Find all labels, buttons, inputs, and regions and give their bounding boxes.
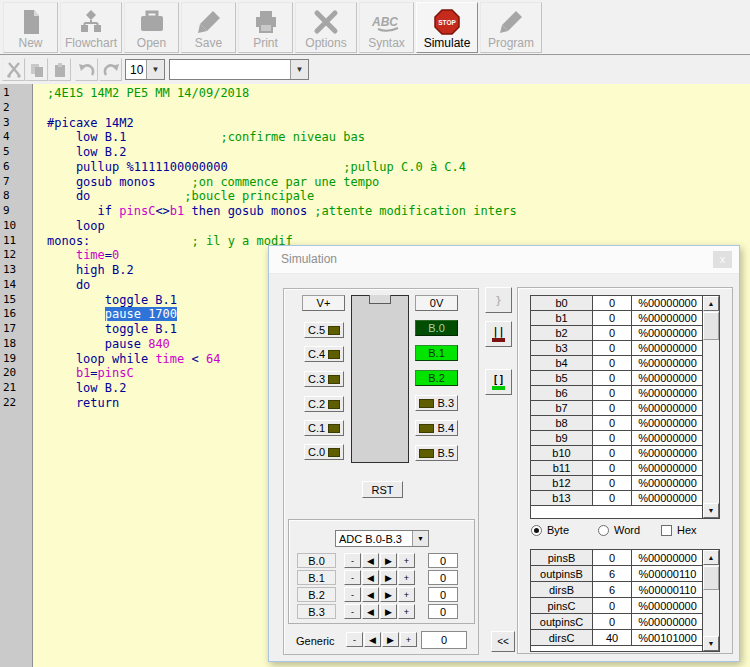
chevron-down-icon[interactable]: ▼: [290, 60, 308, 79]
simulate-button[interactable]: STOPSimulate: [416, 2, 478, 53]
scroll-up-icon[interactable]: ▲: [703, 550, 719, 565]
adc-channel-value: 0: [428, 604, 458, 619]
increment-button[interactable]: +: [398, 604, 415, 619]
redo-button[interactable]: [99, 58, 122, 81]
scroll-up-icon[interactable]: ▲: [703, 296, 719, 311]
step-right-button[interactable]: ▶: [380, 587, 397, 602]
register-name: b13: [531, 491, 593, 506]
step-right-button[interactable]: ▶: [380, 604, 397, 619]
scroll-down-icon[interactable]: ▼: [703, 636, 719, 651]
undo-button[interactable]: [75, 58, 98, 81]
program-button[interactable]: Program: [480, 2, 542, 53]
code-line[interactable]: loop: [47, 219, 750, 234]
paste-button[interactable]: [48, 58, 71, 81]
new-button[interactable]: New: [3, 2, 58, 53]
code-line[interactable]: if pinsC<>b1 then gosub monos ;attente m…: [47, 204, 750, 219]
pin-button-c-4[interactable]: C.4: [304, 346, 344, 362]
flowchart-button[interactable]: Flowchart: [60, 2, 122, 53]
decrement-button[interactable]: -: [344, 604, 361, 619]
decrement-button[interactable]: -: [344, 570, 361, 585]
code-line[interactable]: low B.2: [47, 145, 750, 160]
cut-button[interactable]: [2, 58, 25, 81]
vplus-button[interactable]: V+: [302, 295, 345, 311]
increment-button[interactable]: +: [398, 587, 415, 602]
pin-button-c-0[interactable]: C.0: [304, 444, 344, 460]
collapse-button[interactable]: <<: [491, 631, 515, 652]
step-right-button[interactable]: ▶: [382, 632, 399, 647]
register-binary: %00000000: [632, 401, 703, 416]
decrement-button[interactable]: -: [346, 632, 363, 647]
line-number: 17: [0, 322, 32, 337]
increment-button[interactable]: +: [400, 632, 417, 647]
scrollbar-thumb[interactable]: [703, 312, 719, 340]
scrollbar[interactable]: ▲▼: [702, 296, 719, 518]
zero-volt-button[interactable]: 0V: [415, 295, 458, 311]
step-left-button[interactable]: ◀: [362, 553, 379, 568]
code-line[interactable]: pullup %1111100000000 ;pullup C.0 à C.4: [47, 160, 750, 175]
code-line[interactable]: ;4E1S 14M2 PE5 MM 14/09/2018: [47, 86, 750, 101]
font-size-combo[interactable]: 10 ▼: [125, 59, 165, 80]
options-button[interactable]: Options: [295, 2, 357, 53]
pin-button-b-0[interactable]: B.0: [415, 320, 458, 336]
register-value: 0: [593, 401, 632, 416]
scrollbar-thumb[interactable]: [703, 566, 719, 590]
syntax-button[interactable]: ABCSyntax: [359, 2, 414, 53]
pin-button-c-5[interactable]: C.5: [304, 322, 344, 338]
decrement-button[interactable]: -: [344, 553, 361, 568]
options-icon: [313, 7, 339, 37]
step-left-button[interactable]: ◀: [364, 632, 381, 647]
close-icon[interactable]: x: [713, 251, 732, 268]
pin-button-b-3[interactable]: B.3: [415, 395, 458, 411]
adc-mode-select[interactable]: ADC B.0-B.3 ▼: [335, 530, 429, 547]
pin-button-b-2[interactable]: B.2: [415, 370, 458, 386]
chevron-down-icon[interactable]: ▼: [412, 531, 428, 546]
radio-byte[interactable]: Byte: [531, 524, 569, 536]
radio-word[interactable]: Word: [598, 524, 640, 536]
adc-channel-label: B.2: [297, 587, 336, 602]
line-number: 15: [0, 293, 32, 308]
table-row: b10%00000000: [531, 311, 719, 326]
dialog-titlebar[interactable]: Simulation x: [269, 246, 739, 274]
pin-button-c-1[interactable]: C.1: [304, 420, 344, 436]
code-line[interactable]: #picaxe 14M2: [47, 116, 750, 131]
code-line[interactable]: gosub monos ;on commence par une tempo: [47, 175, 750, 190]
print-button[interactable]: Print: [238, 2, 293, 53]
reset-button[interactable]: RST: [362, 481, 403, 498]
code-line[interactable]: [47, 101, 750, 116]
run-button[interactable]: []: [485, 369, 512, 395]
scroll-down-icon[interactable]: ▼: [703, 503, 719, 518]
table-row: b60%00000000: [531, 386, 719, 401]
register-name: b12: [531, 476, 593, 491]
code-line[interactable]: do ;boucle principale: [47, 189, 750, 204]
pin-button-c-2[interactable]: C.2: [304, 396, 344, 412]
step-left-button[interactable]: ◀: [362, 587, 379, 602]
step-right-button[interactable]: ▶: [380, 570, 397, 585]
register-name: pinsB: [531, 550, 593, 566]
new-icon: [19, 7, 43, 37]
step-left-button[interactable]: ◀: [362, 604, 379, 619]
line-number: 20: [0, 366, 32, 381]
search-combo[interactable]: ▼: [169, 59, 309, 80]
line-number: 16: [0, 307, 32, 322]
pause-button[interactable]: ||: [485, 321, 512, 347]
pin-label: B.2: [428, 372, 445, 384]
step-left-button[interactable]: ◀: [362, 570, 379, 585]
pin-button-b-1[interactable]: B.1: [415, 345, 458, 361]
pin-button-b-4[interactable]: B.4: [415, 420, 458, 436]
pin-button-c-3[interactable]: C.3: [304, 371, 344, 387]
increment-button[interactable]: +: [398, 570, 415, 585]
pin-button-b-5[interactable]: B.5: [415, 445, 458, 461]
decrement-button[interactable]: -: [344, 587, 361, 602]
open-button[interactable]: Open: [124, 2, 179, 53]
copy-button[interactable]: [25, 58, 48, 81]
increment-button[interactable]: +: [398, 553, 415, 568]
chevron-down-icon[interactable]: ▼: [146, 60, 164, 79]
code-line[interactable]: low B.1 ;confirme niveau bas: [47, 130, 750, 145]
save-button[interactable]: Save: [181, 2, 236, 53]
checkbox-hex[interactable]: Hex: [661, 524, 697, 536]
adc-mode-value: ADC B.0-B.3: [336, 533, 412, 545]
step-icon: }: [495, 295, 501, 306]
step-right-button[interactable]: ▶: [380, 553, 397, 568]
scrollbar[interactable]: ▲▼: [702, 550, 719, 651]
table-row: pinsC0%00000000: [531, 598, 719, 614]
